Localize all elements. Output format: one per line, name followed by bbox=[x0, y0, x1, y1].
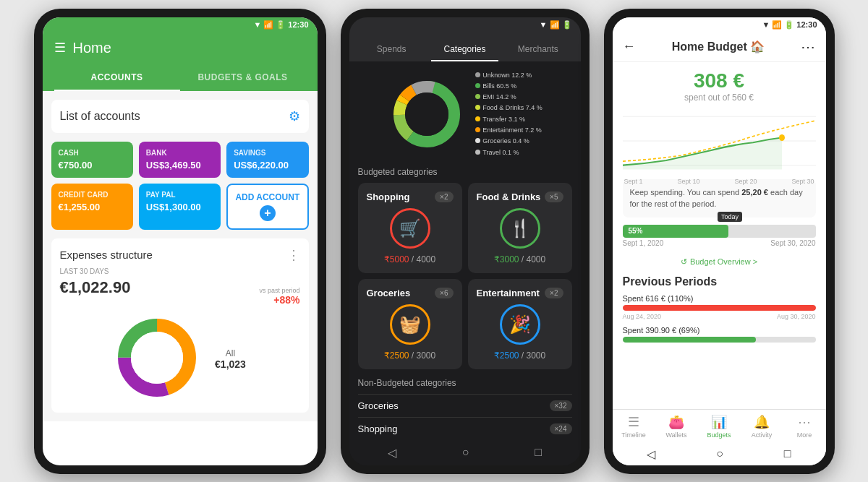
cat-entertainment[interactable]: Entertainment ×2 🎉 ₹2500 / 3000 bbox=[468, 279, 572, 369]
add-account-label: ADD ACCOUNT bbox=[235, 192, 299, 202]
account-cash[interactable]: CASH €750.00 bbox=[51, 142, 133, 178]
bank-value: US$3,469.50 bbox=[146, 160, 213, 171]
home-nav-icon[interactable]: ○ bbox=[462, 446, 469, 459]
accounts-header: List of accounts ⚙ bbox=[51, 100, 309, 133]
nb-shopping[interactable]: Shopping ×24 bbox=[358, 417, 572, 440]
status-bar-3: ▼ 📶 🔋 12:30 bbox=[613, 17, 826, 33]
cat-shopping[interactable]: Shopping ×2 🛒 ₹5000 / 4000 bbox=[358, 183, 462, 273]
cat-food[interactable]: Food & Drinks ×5 🍴 ₹3000 / 4000 bbox=[468, 183, 572, 273]
svg-point-3 bbox=[131, 332, 183, 384]
paypal-label: PAY PAL bbox=[146, 191, 213, 199]
add-icon: + bbox=[260, 205, 276, 221]
wifi-icon-2: ▼ bbox=[540, 20, 548, 29]
signal-icon: 📶 bbox=[263, 20, 273, 30]
expenses-period: LAST 30 DAYS bbox=[60, 267, 300, 275]
p3-title-row: Home Budget 🏠 bbox=[672, 40, 765, 53]
nav-wallets[interactable]: 👛 Wallets bbox=[655, 414, 698, 439]
shopping-amounts: ₹5000 / 4000 bbox=[367, 254, 454, 264]
expenses-card: Expenses structure ⋮ LAST 30 DAYS €1,022… bbox=[51, 238, 309, 413]
food-name: Food & Drinks bbox=[477, 191, 541, 202]
account-savings[interactable]: SAVINGS US$6,220.00 bbox=[226, 142, 308, 178]
account-paypal[interactable]: PAY PAL US$1,300.00 bbox=[139, 184, 221, 230]
donut-value: €1,023 bbox=[215, 358, 246, 370]
groceries-icon-ring: 🧺 bbox=[390, 304, 430, 345]
more-icon[interactable]: ⋯ bbox=[801, 38, 815, 56]
back-button[interactable]: ← bbox=[623, 39, 636, 54]
nav-budgets[interactable]: 📊 Budgets bbox=[698, 414, 741, 439]
period-item-1: Spent 616 € (110%) Aug 24, 2020 Aug 30, … bbox=[623, 294, 816, 320]
more-options-icon[interactable]: ⋮ bbox=[287, 247, 300, 263]
status-icons-2: ▼ 📶 🔋 bbox=[540, 20, 572, 30]
p2-body: Unknown 12.2 % Bills 60.5 % EMI 14.2 % F… bbox=[349, 61, 581, 440]
nb-shopping-badge: ×24 bbox=[550, 423, 572, 434]
food-badge: ×5 bbox=[545, 191, 563, 202]
cash-label: CASH bbox=[59, 149, 126, 157]
time-display: 12:30 bbox=[288, 20, 308, 29]
p1-header: ☰ Home ACCOUNTS BUDGETS & GOALS bbox=[43, 33, 318, 91]
shopping-icon-ring: 🛒 bbox=[390, 208, 430, 249]
period-1-dates: Aug 24, 2020 Aug 30, 2020 bbox=[623, 313, 816, 320]
spent-of-label: spent out of 560 € bbox=[623, 92, 816, 103]
expenses-title: Expenses structure bbox=[60, 249, 153, 261]
recents-nav-icon-3[interactable]: □ bbox=[784, 447, 791, 460]
budgets-label: Budgets bbox=[707, 431, 731, 439]
hamburger-icon[interactable]: ☰ bbox=[54, 40, 66, 56]
expenses-amount: €1,022.90 bbox=[60, 278, 131, 297]
chart-x-2: Sept 10 bbox=[677, 178, 699, 185]
tab-budgets[interactable]: BUDGETS & GOALS bbox=[180, 65, 306, 91]
battery-icon: 🔋 bbox=[276, 20, 286, 30]
nb-shopping-name: Shopping bbox=[358, 423, 398, 434]
accounts-grid: CASH €750.00 BANK US$3,469.50 SAVINGS US… bbox=[51, 142, 309, 230]
back-nav-icon[interactable]: ◁ bbox=[388, 446, 396, 460]
home-nav-icon-3[interactable]: ○ bbox=[716, 447, 723, 460]
donut-chart bbox=[114, 314, 200, 404]
groceries-name: Groceries bbox=[367, 288, 411, 298]
account-bank[interactable]: BANK US$3,469.50 bbox=[139, 142, 221, 178]
tab-merchants[interactable]: Merchants bbox=[504, 38, 571, 61]
previous-title: Previous Periods bbox=[623, 275, 816, 288]
add-account-button[interactable]: ADD ACCOUNT + bbox=[226, 184, 308, 230]
svg-point-10 bbox=[405, 92, 448, 136]
back-nav-icon-3[interactable]: ◁ bbox=[647, 447, 655, 461]
accounts-title: List of accounts bbox=[60, 110, 140, 123]
p1-body: List of accounts ⚙ CASH €750.00 BANK US$… bbox=[43, 91, 318, 421]
vs-past-label: vs past period bbox=[259, 287, 299, 294]
groceries-amounts: ₹2500 / 3000 bbox=[367, 350, 454, 361]
settings-icon[interactable]: ⚙ bbox=[289, 108, 300, 124]
recents-nav-icon[interactable]: □ bbox=[535, 446, 542, 459]
cat-groceries[interactable]: Groceries ×6 🧺 ₹2500 / 3000 bbox=[358, 279, 462, 369]
nav-activity[interactable]: 🔔 Activity bbox=[741, 414, 783, 439]
battery-icon-3: 🔋 bbox=[784, 20, 794, 30]
tab-spends[interactable]: Spends bbox=[358, 38, 425, 61]
budget-overview-link[interactable]: ↺ Budget Overview > bbox=[623, 253, 816, 271]
progress-dates: Sept 1, 2020 Sept 30, 2020 bbox=[623, 239, 816, 247]
today-marker: Today bbox=[718, 212, 742, 222]
tab-accounts[interactable]: ACCOUNTS bbox=[54, 65, 180, 91]
bank-label: BANK bbox=[146, 149, 213, 157]
chart-x-4: Sept 30 bbox=[791, 178, 814, 185]
paypal-value: US$1,300.00 bbox=[146, 202, 213, 212]
account-credit[interactable]: CREDIT CARD €1,255.00 bbox=[51, 184, 133, 230]
credit-value: €1,255.00 bbox=[59, 202, 126, 212]
nb-groceries[interactable]: Groceries ×32 bbox=[358, 394, 572, 417]
period-2-bar-fill bbox=[623, 337, 756, 343]
shopping-badge: ×2 bbox=[435, 191, 453, 202]
budgeted-section-title: Budgeted categories bbox=[358, 167, 572, 177]
chart-x-3: Sept 20 bbox=[734, 178, 757, 185]
chart-labels-x: Sept 1 Sept 10 Sept 20 Sept 30 bbox=[623, 178, 816, 185]
nav-timeline[interactable]: ☰ Timeline bbox=[613, 414, 655, 439]
p1-tabs: ACCOUNTS BUDGETS & GOALS bbox=[54, 65, 306, 91]
groceries-badge: ×6 bbox=[435, 288, 453, 298]
entertainment-icon-ring: 🎉 bbox=[500, 304, 540, 345]
tab-categories[interactable]: Categories bbox=[431, 38, 498, 61]
more-label: More bbox=[797, 431, 812, 439]
android-nav-2: ◁ ○ □ bbox=[349, 440, 581, 465]
entertainment-name: Entertainment bbox=[477, 288, 540, 298]
nav-more[interactable]: ⋯ More bbox=[783, 414, 826, 439]
progress-percent: 55% bbox=[629, 227, 643, 235]
period-1-end: Aug 30, 2020 bbox=[777, 313, 816, 320]
expenses-change: +88% bbox=[259, 294, 299, 306]
status-icons-3: ▼ 📶 🔋 12:30 bbox=[762, 20, 817, 30]
progress-end-date: Sept 30, 2020 bbox=[770, 239, 815, 247]
period-2-bar-bg bbox=[623, 337, 816, 343]
